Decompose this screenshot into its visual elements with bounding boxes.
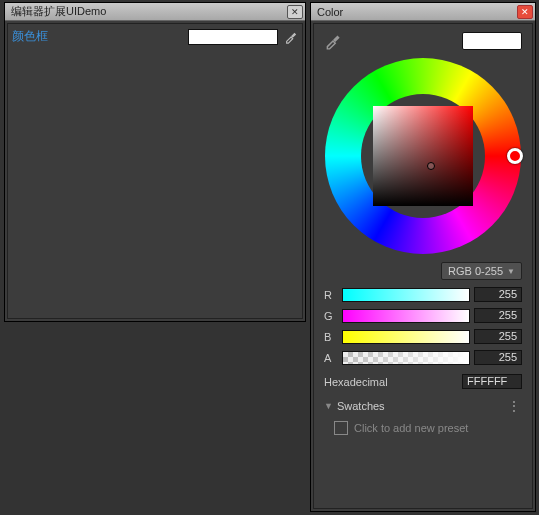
b-label: B [324,331,338,343]
color-picker-title: Color [317,6,517,18]
color-picker-titlebar[interactable]: Color ✕ [311,3,535,21]
g-value[interactable]: 255 [474,308,522,323]
a-slider[interactable] [342,351,470,365]
color-field-row: 颜色框 [8,24,302,49]
chevron-down-icon: ▼ [324,401,333,411]
swatches-menu-icon[interactable]: ⋮ [508,399,522,413]
add-preset-label: Click to add new preset [354,422,468,434]
r-value[interactable]: 255 [474,287,522,302]
b-slider[interactable] [342,330,470,344]
add-preset-box[interactable] [334,421,348,435]
swatches-header[interactable]: ▼ Swatches ⋮ [324,399,522,413]
color-field-swatch[interactable] [188,29,278,45]
color-field-label: 颜色框 [12,28,188,45]
g-row: G 255 [324,308,522,323]
chevron-down-icon: ▼ [507,267,515,276]
r-label: R [324,289,338,301]
hex-label: Hexadecimal [324,376,458,388]
add-preset-row[interactable]: Click to add new preset [334,421,522,435]
r-row: R 255 [324,287,522,302]
hue-handle[interactable] [507,148,523,164]
b-value[interactable]: 255 [474,329,522,344]
editor-window: 编辑器扩展UIDemo ✕ 颜色框 [4,2,306,322]
color-picker-window: Color ✕ [310,2,536,512]
g-label: G [324,310,338,322]
swatches-label: Swatches [337,400,385,412]
editor-titlebar[interactable]: 编辑器扩展UIDemo ✕ [5,3,305,21]
color-mode-dropdown[interactable]: RGB 0-255 ▼ [441,262,522,280]
r-slider[interactable] [342,288,470,302]
picked-color-swatch[interactable] [462,32,522,50]
hex-row: Hexadecimal FFFFFF [324,374,522,389]
color-mode-label: RGB 0-255 [448,265,503,277]
editor-close-button[interactable]: ✕ [287,5,303,19]
g-slider[interactable] [342,309,470,323]
b-row: B 255 [324,329,522,344]
eyedropper-icon[interactable] [324,32,342,50]
editor-title: 编辑器扩展UIDemo [11,4,287,19]
sv-square[interactable] [373,106,473,206]
sv-handle[interactable] [427,162,435,170]
color-picker-close-button[interactable]: ✕ [517,5,533,19]
eyedropper-icon[interactable] [284,30,298,44]
a-row: A 255 [324,350,522,365]
a-label: A [324,352,338,364]
a-value[interactable]: 255 [474,350,522,365]
color-wheel[interactable] [325,58,521,254]
hex-value[interactable]: FFFFFF [462,374,522,389]
